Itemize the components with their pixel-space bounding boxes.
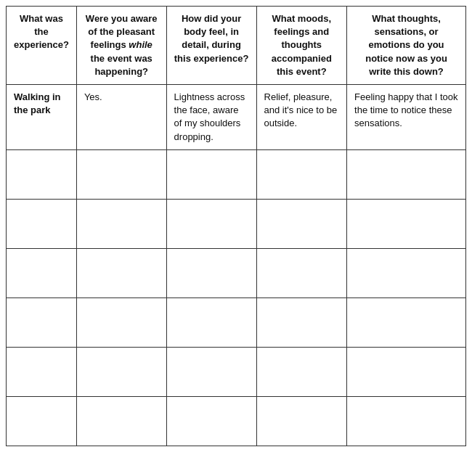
table-row — [7, 199, 466, 248]
cell-body-3 — [166, 199, 256, 248]
cell-moods-5 — [256, 298, 347, 347]
cell-moods-6 — [256, 347, 347, 396]
cell-body-4 — [166, 248, 256, 298]
cell-experience-2 — [7, 149, 77, 199]
main-table-container: What was the experience? Were you aware … — [6, 6, 466, 446]
cell-aware-2 — [76, 149, 166, 199]
cell-experience-6 — [7, 347, 77, 396]
header-body: How did your body feel, in detail, durin… — [166, 7, 256, 85]
cell-experience-5 — [7, 298, 77, 347]
cell-experience-4 — [7, 248, 77, 298]
cell-moods-3 — [256, 199, 347, 248]
table-row — [7, 248, 466, 298]
cell-thoughts-4 — [347, 248, 466, 298]
cell-moods-4 — [256, 248, 347, 298]
table-row — [7, 149, 466, 199]
table-row — [7, 298, 466, 347]
cell-aware-5 — [76, 298, 166, 347]
cell-experience-3 — [7, 199, 77, 248]
table-row — [7, 396, 466, 446]
header-moods: What moods, feelings and thoughts accomp… — [256, 7, 347, 85]
table-row — [7, 347, 466, 396]
cell-aware-1: Yes. — [76, 84, 166, 149]
cell-body-6 — [166, 347, 256, 396]
cell-experience-7 — [7, 396, 77, 446]
cell-thoughts-1: Feeling happy that I took the time to no… — [347, 84, 466, 149]
cell-body-2 — [166, 149, 256, 199]
cell-body-1: Lightness across the face, aware of my s… — [166, 84, 256, 149]
cell-experience-1: Walking in the park — [7, 84, 77, 149]
cell-body-5 — [166, 298, 256, 347]
cell-thoughts-2 — [347, 149, 466, 199]
header-thoughts: What thoughts, sensations, or emotions d… — [347, 7, 466, 85]
cell-aware-4 — [76, 248, 166, 298]
cell-moods-2 — [256, 149, 347, 199]
cell-body-7 — [166, 396, 256, 446]
table-row: Walking in the park Yes. Lightness acros… — [7, 84, 466, 149]
cell-moods-1: Relief, pleasure, and it's nice to be ou… — [256, 84, 347, 149]
header-aware: Were you aware of the pleasant feelings … — [76, 7, 166, 85]
pleasant-events-table: What was the experience? Were you aware … — [6, 6, 466, 446]
cell-thoughts-3 — [347, 199, 466, 248]
cell-aware-6 — [76, 347, 166, 396]
cell-thoughts-7 — [347, 396, 466, 446]
header-experience: What was the experience? — [7, 7, 77, 85]
cell-thoughts-5 — [347, 298, 466, 347]
cell-aware-3 — [76, 199, 166, 248]
cell-aware-7 — [76, 396, 166, 446]
cell-thoughts-6 — [347, 347, 466, 396]
header-row: What was the experience? Were you aware … — [7, 7, 466, 85]
cell-moods-7 — [256, 396, 347, 446]
